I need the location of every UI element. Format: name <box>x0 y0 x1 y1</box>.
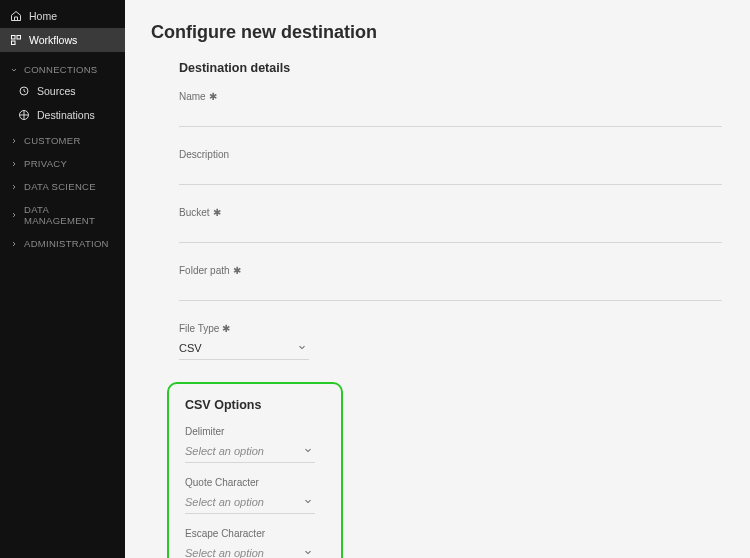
section-administration-label: ADMINISTRATION <box>24 238 109 249</box>
nav-home-label: Home <box>29 10 57 22</box>
section-data-management-label: DATA MANAGEMENT <box>24 204 115 226</box>
chevron-down-icon <box>10 66 18 74</box>
nav-workflows-label: Workflows <box>29 34 77 46</box>
required-icon: ✱ <box>222 323 230 334</box>
section-customer[interactable]: CUSTOMER <box>0 127 125 150</box>
escape-character-select[interactable]: Select an option <box>185 543 315 558</box>
chevron-right-icon <box>10 137 18 145</box>
section-data-science-label: DATA SCIENCE <box>24 181 96 192</box>
svg-rect-2 <box>12 41 16 45</box>
field-description: Description <box>179 149 722 185</box>
escape-character-label: Escape Character <box>185 528 325 539</box>
section-connections[interactable]: CONNECTIONS <box>0 52 125 79</box>
nav-destinations-label: Destinations <box>37 109 95 121</box>
destinations-icon <box>18 109 30 121</box>
chevron-right-icon <box>10 160 18 168</box>
delimiter-select[interactable]: Select an option <box>185 441 315 463</box>
quote-character-select[interactable]: Select an option <box>185 492 315 514</box>
sources-icon <box>18 85 30 97</box>
nav-home[interactable]: Home <box>0 4 125 28</box>
section-administration[interactable]: ADMINISTRATION <box>0 230 125 253</box>
section-privacy[interactable]: PRIVACY <box>0 150 125 173</box>
svg-rect-1 <box>17 36 21 40</box>
field-delimiter: Delimiter Select an option <box>185 426 325 463</box>
details-heading: Destination details <box>179 61 722 75</box>
field-quote-character: Quote Character Select an option <box>185 477 325 514</box>
main-content: Configure new destination Destination de… <box>125 0 750 558</box>
destination-details-panel: Destination details Name✱ Description Bu… <box>151 61 722 558</box>
svg-rect-0 <box>12 36 16 40</box>
bucket-label: Bucket✱ <box>179 207 722 218</box>
field-name: Name✱ <box>179 91 722 127</box>
nav-sources[interactable]: Sources <box>0 79 125 103</box>
delimiter-label: Delimiter <box>185 426 325 437</box>
section-data-management[interactable]: DATA MANAGEMENT <box>0 196 125 230</box>
section-customer-label: CUSTOMER <box>24 135 81 146</box>
name-input[interactable] <box>179 106 722 127</box>
sidebar: Home Workflows CONNECTIONS Sources Desti… <box>0 0 125 558</box>
field-escape-character: Escape Character Select an option <box>185 528 325 558</box>
description-label: Description <box>179 149 722 160</box>
bucket-input[interactable] <box>179 222 722 243</box>
field-folder-path: Folder path✱ <box>179 265 722 301</box>
section-connections-label: CONNECTIONS <box>24 64 98 75</box>
required-icon: ✱ <box>209 91 217 102</box>
file-type-select[interactable]: CSV <box>179 338 309 360</box>
home-icon <box>10 10 22 22</box>
field-file-type: File Type✱ CSV <box>179 323 722 360</box>
chevron-right-icon <box>10 183 18 191</box>
section-data-science[interactable]: DATA SCIENCE <box>0 173 125 196</box>
csv-options-heading: CSV Options <box>185 398 325 412</box>
page-title: Configure new destination <box>151 22 722 43</box>
nav-workflows[interactable]: Workflows <box>0 28 125 52</box>
required-icon: ✱ <box>233 265 241 276</box>
section-privacy-label: PRIVACY <box>24 158 67 169</box>
chevron-right-icon <box>10 240 18 248</box>
workflows-icon <box>10 34 22 46</box>
nav-destinations[interactable]: Destinations <box>0 103 125 127</box>
required-icon: ✱ <box>213 207 221 218</box>
csv-options-box: CSV Options Delimiter Select an option Q… <box>167 382 343 558</box>
chevron-right-icon <box>10 211 18 219</box>
name-label: Name✱ <box>179 91 722 102</box>
nav-sources-label: Sources <box>37 85 76 97</box>
file-type-label: File Type✱ <box>179 323 722 334</box>
description-input[interactable] <box>179 164 722 185</box>
field-bucket: Bucket✱ <box>179 207 722 243</box>
folder-path-input[interactable] <box>179 280 722 301</box>
quote-character-label: Quote Character <box>185 477 325 488</box>
folder-path-label: Folder path✱ <box>179 265 722 276</box>
